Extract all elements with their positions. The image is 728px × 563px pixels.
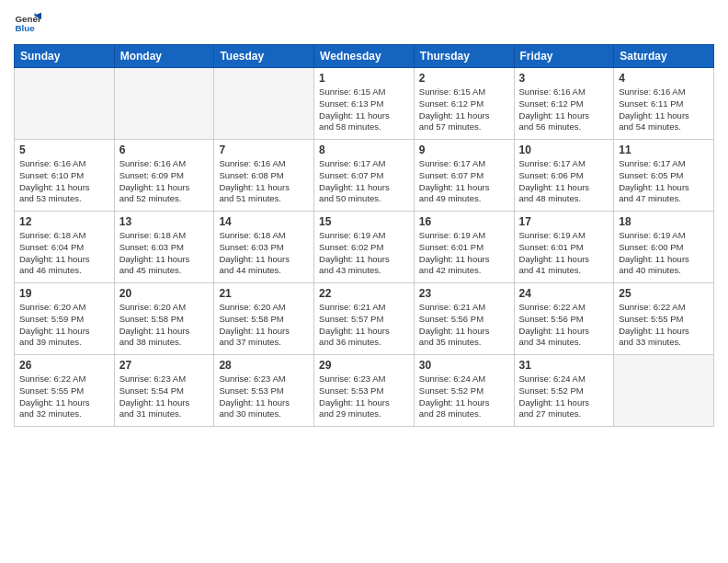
day-info: Sunrise: 6:17 AM Sunset: 6:07 PM Dayligh… — [319, 158, 409, 205]
day-number: 26 — [19, 359, 109, 372]
day-number: 31 — [519, 359, 609, 372]
col-header-saturday: Saturday — [614, 45, 714, 68]
week-row-2: 12Sunrise: 6:18 AM Sunset: 6:04 PM Dayli… — [15, 212, 714, 283]
calendar-cell: 21Sunrise: 6:20 AM Sunset: 5:58 PM Dayli… — [214, 283, 314, 355]
week-row-3: 19Sunrise: 6:20 AM Sunset: 5:59 PM Dayli… — [15, 283, 714, 355]
header-row: SundayMondayTuesdayWednesdayThursdayFrid… — [15, 45, 714, 68]
day-info: Sunrise: 6:24 AM Sunset: 5:52 PM Dayligh… — [519, 373, 609, 420]
day-number: 22 — [319, 287, 409, 300]
day-number: 24 — [519, 287, 609, 300]
day-number: 19 — [19, 287, 109, 300]
calendar-cell: 27Sunrise: 6:23 AM Sunset: 5:54 PM Dayli… — [114, 355, 214, 427]
day-info: Sunrise: 6:16 AM Sunset: 6:08 PM Dayligh… — [219, 158, 309, 205]
calendar-cell: 19Sunrise: 6:20 AM Sunset: 5:59 PM Dayli… — [15, 283, 115, 355]
calendar-cell: 23Sunrise: 6:21 AM Sunset: 5:56 PM Dayli… — [414, 283, 514, 355]
day-info: Sunrise: 6:20 AM Sunset: 5:58 PM Dayligh… — [219, 302, 309, 349]
day-number: 13 — [119, 215, 210, 228]
calendar-cell: 1Sunrise: 6:15 AM Sunset: 6:13 PM Daylig… — [314, 68, 415, 140]
day-number: 14 — [219, 215, 309, 228]
week-row-4: 26Sunrise: 6:22 AM Sunset: 5:55 PM Dayli… — [15, 355, 714, 427]
calendar-cell — [614, 355, 714, 427]
calendar-cell: 16Sunrise: 6:19 AM Sunset: 6:01 PM Dayli… — [414, 212, 514, 283]
day-info: Sunrise: 6:15 AM Sunset: 6:12 PM Dayligh… — [419, 86, 509, 133]
day-info: Sunrise: 6:19 AM Sunset: 6:00 PM Dayligh… — [619, 230, 709, 277]
calendar-cell: 24Sunrise: 6:22 AM Sunset: 5:56 PM Dayli… — [514, 283, 614, 355]
calendar-cell: 22Sunrise: 6:21 AM Sunset: 5:57 PM Dayli… — [314, 283, 415, 355]
day-number: 18 — [619, 215, 709, 228]
day-info: Sunrise: 6:20 AM Sunset: 5:59 PM Dayligh… — [19, 302, 109, 349]
day-info: Sunrise: 6:18 AM Sunset: 6:03 PM Dayligh… — [119, 230, 210, 277]
calendar-cell: 25Sunrise: 6:22 AM Sunset: 5:55 PM Dayli… — [614, 283, 714, 355]
col-header-thursday: Thursday — [414, 45, 514, 68]
svg-text:Blue: Blue — [16, 23, 36, 33]
calendar-cell: 2Sunrise: 6:15 AM Sunset: 6:12 PM Daylig… — [414, 68, 514, 140]
page-container: General Blue SundayMondayTuesdayWednesda… — [0, 0, 728, 436]
col-header-sunday: Sunday — [15, 45, 115, 68]
day-number: 5 — [19, 144, 109, 156]
day-number: 8 — [319, 144, 409, 156]
day-info: Sunrise: 6:22 AM Sunset: 5:55 PM Dayligh… — [19, 373, 109, 420]
day-number: 21 — [219, 287, 309, 300]
day-info: Sunrise: 6:17 AM Sunset: 6:05 PM Dayligh… — [619, 158, 709, 205]
day-number: 16 — [419, 215, 509, 228]
day-info: Sunrise: 6:21 AM Sunset: 5:57 PM Dayligh… — [319, 302, 409, 349]
calendar-cell: 9Sunrise: 6:17 AM Sunset: 6:07 PM Daylig… — [414, 140, 514, 212]
day-info: Sunrise: 6:24 AM Sunset: 5:52 PM Dayligh… — [419, 373, 509, 420]
day-info: Sunrise: 6:23 AM Sunset: 5:53 PM Dayligh… — [319, 373, 409, 420]
day-number: 7 — [219, 144, 309, 156]
day-number: 25 — [619, 287, 709, 300]
calendar-cell: 18Sunrise: 6:19 AM Sunset: 6:00 PM Dayli… — [614, 212, 714, 283]
day-number: 27 — [119, 359, 210, 372]
day-number: 3 — [519, 72, 609, 85]
day-info: Sunrise: 6:16 AM Sunset: 6:12 PM Dayligh… — [519, 86, 609, 133]
day-info: Sunrise: 6:19 AM Sunset: 6:02 PM Dayligh… — [319, 230, 409, 277]
col-header-wednesday: Wednesday — [314, 45, 415, 68]
calendar-cell: 20Sunrise: 6:20 AM Sunset: 5:58 PM Dayli… — [114, 283, 214, 355]
calendar-cell: 28Sunrise: 6:23 AM Sunset: 5:53 PM Dayli… — [214, 355, 314, 427]
day-info: Sunrise: 6:16 AM Sunset: 6:09 PM Dayligh… — [119, 158, 210, 205]
calendar-cell: 8Sunrise: 6:17 AM Sunset: 6:07 PM Daylig… — [314, 140, 415, 212]
col-header-monday: Monday — [114, 45, 214, 68]
col-header-friday: Friday — [514, 45, 614, 68]
calendar-cell: 3Sunrise: 6:16 AM Sunset: 6:12 PM Daylig… — [514, 68, 614, 140]
day-number: 9 — [419, 144, 509, 156]
day-number: 30 — [419, 359, 509, 372]
day-info: Sunrise: 6:22 AM Sunset: 5:55 PM Dayligh… — [619, 302, 709, 349]
calendar-cell: 15Sunrise: 6:19 AM Sunset: 6:02 PM Dayli… — [314, 212, 415, 283]
calendar-cell: 10Sunrise: 6:17 AM Sunset: 6:06 PM Dayli… — [514, 140, 614, 212]
calendar-cell: 14Sunrise: 6:18 AM Sunset: 6:03 PM Dayli… — [214, 212, 314, 283]
day-info: Sunrise: 6:19 AM Sunset: 6:01 PM Dayligh… — [419, 230, 509, 277]
calendar-cell — [214, 68, 314, 140]
calendar-cell — [15, 68, 115, 140]
day-info: Sunrise: 6:23 AM Sunset: 5:54 PM Dayligh… — [119, 373, 210, 420]
calendar-cell: 12Sunrise: 6:18 AM Sunset: 6:04 PM Dayli… — [15, 212, 115, 283]
day-number: 28 — [219, 359, 309, 372]
day-info: Sunrise: 6:16 AM Sunset: 6:11 PM Dayligh… — [619, 86, 709, 133]
calendar-cell: 30Sunrise: 6:24 AM Sunset: 5:52 PM Dayli… — [414, 355, 514, 427]
calendar-cell: 5Sunrise: 6:16 AM Sunset: 6:10 PM Daylig… — [15, 140, 115, 212]
calendar-cell: 4Sunrise: 6:16 AM Sunset: 6:11 PM Daylig… — [614, 68, 714, 140]
week-row-1: 5Sunrise: 6:16 AM Sunset: 6:10 PM Daylig… — [15, 140, 714, 212]
calendar-table: SundayMondayTuesdayWednesdayThursdayFrid… — [14, 44, 714, 427]
calendar-cell: 13Sunrise: 6:18 AM Sunset: 6:03 PM Dayli… — [114, 212, 214, 283]
day-info: Sunrise: 6:17 AM Sunset: 6:07 PM Dayligh… — [419, 158, 509, 205]
day-info: Sunrise: 6:22 AM Sunset: 5:56 PM Dayligh… — [519, 302, 609, 349]
calendar-cell: 26Sunrise: 6:22 AM Sunset: 5:55 PM Dayli… — [15, 355, 115, 427]
day-number: 23 — [419, 287, 509, 300]
day-info: Sunrise: 6:19 AM Sunset: 6:01 PM Dayligh… — [519, 230, 609, 277]
day-info: Sunrise: 6:20 AM Sunset: 5:58 PM Dayligh… — [119, 302, 210, 349]
day-info: Sunrise: 6:23 AM Sunset: 5:53 PM Dayligh… — [219, 373, 309, 420]
header: General Blue — [14, 9, 714, 37]
day-number: 15 — [319, 215, 409, 228]
calendar-cell: 29Sunrise: 6:23 AM Sunset: 5:53 PM Dayli… — [314, 355, 415, 427]
col-header-tuesday: Tuesday — [214, 45, 314, 68]
day-number: 20 — [119, 287, 210, 300]
day-info: Sunrise: 6:17 AM Sunset: 6:06 PM Dayligh… — [519, 158, 609, 205]
day-info: Sunrise: 6:16 AM Sunset: 6:10 PM Dayligh… — [19, 158, 109, 205]
calendar-cell: 11Sunrise: 6:17 AM Sunset: 6:05 PM Dayli… — [614, 140, 714, 212]
day-number: 17 — [519, 215, 609, 228]
day-number: 2 — [419, 72, 509, 85]
day-info: Sunrise: 6:18 AM Sunset: 6:04 PM Dayligh… — [19, 230, 109, 277]
day-number: 11 — [619, 144, 709, 156]
calendar-cell: 7Sunrise: 6:16 AM Sunset: 6:08 PM Daylig… — [214, 140, 314, 212]
